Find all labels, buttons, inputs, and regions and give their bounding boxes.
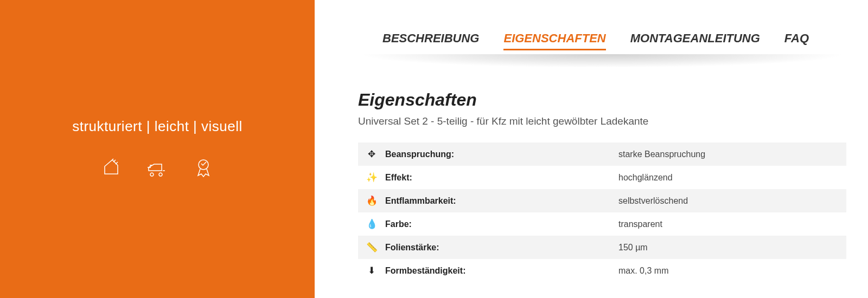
table-row: ✨Effekt:hochglänzend	[358, 166, 846, 189]
tab-bar: BESCHREIBUNG EIGENSCHAFTEN MONTAGEANLEIT…	[358, 31, 846, 60]
table-row: 💧Farbe:transparent	[358, 212, 846, 236]
truck-icon	[146, 157, 168, 180]
tab-beschreibung[interactable]: BESCHREIBUNG	[382, 31, 479, 50]
property-value: selbstverlöschend	[618, 189, 846, 212]
table-row: ✥Beanspruchung:starke Beanspruchung	[358, 142, 846, 166]
content-panel: BESCHREIBUNG EIGENSCHAFTEN MONTAGEANLEIT…	[315, 0, 868, 298]
promo-tagline: strukturiert | leicht | visuell	[72, 118, 242, 135]
tab-eigenschaften[interactable]: EIGENSCHAFTEN	[503, 31, 605, 50]
award-icon	[193, 157, 214, 180]
property-value: starke Beanspruchung	[618, 142, 846, 166]
section-subtitle: Universal Set 2 - 5-teilig - für Kfz mit…	[358, 115, 846, 127]
left-promo-panel: strukturiert | leicht | visuell	[0, 0, 315, 298]
table-row: ⬇Formbeständigkeit:max. 0,3 mm	[358, 259, 846, 282]
tab-montageanleitung[interactable]: MONTAGEANLEITUNG	[630, 31, 760, 50]
property-label: Entflammbarkeit:	[385, 189, 618, 212]
property-value: 150 µm	[618, 236, 846, 259]
property-value: hochglänzend	[618, 166, 846, 189]
table-row: 📏Folienstärke:150 µm	[358, 236, 846, 259]
promo-icon-row	[100, 157, 214, 180]
property-icon: ✨	[358, 166, 385, 189]
property-label: Effekt:	[385, 166, 618, 189]
property-value: max. 0,3 mm	[618, 259, 846, 282]
hand-icon	[100, 157, 122, 180]
property-icon: 📏	[358, 236, 385, 259]
property-icon: ⬇	[358, 259, 385, 282]
property-icon: 🔥	[358, 189, 385, 212]
property-label: Farbe:	[385, 212, 618, 236]
tab-faq[interactable]: FAQ	[784, 31, 809, 50]
property-label: Formbeständigkeit:	[385, 259, 618, 282]
property-value: transparent	[618, 212, 846, 236]
property-icon: ✥	[358, 142, 385, 166]
properties-table: ✥Beanspruchung:starke Beanspruchung✨Effe…	[358, 142, 846, 282]
property-icon: 💧	[358, 212, 385, 236]
table-row: 🔥Entflammbarkeit:selbstverlöschend	[358, 189, 846, 212]
property-label: Beanspruchung:	[385, 142, 618, 166]
section-title: Eigenschaften	[358, 90, 846, 110]
property-label: Folienstärke:	[385, 236, 618, 259]
